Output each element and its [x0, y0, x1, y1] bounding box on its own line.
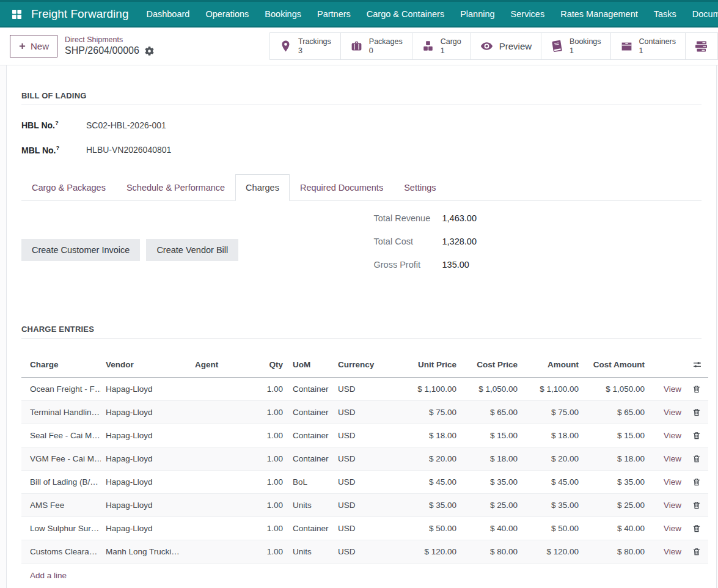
cell-cost_price[interactable]: $ 1,050.00	[461, 377, 522, 400]
view-link[interactable]: View	[664, 431, 681, 440]
cell-cost_price[interactable]: $ 15.00	[461, 424, 522, 447]
delete-row-trash-icon[interactable]	[692, 454, 701, 463]
cell-cost_price[interactable]: $ 18.00	[461, 447, 522, 470]
delete-row-trash-icon[interactable]	[692, 547, 701, 556]
nav-item-tasks[interactable]: Tasks	[646, 2, 684, 26]
cell-cost_amount[interactable]: $ 1,050.00	[584, 377, 650, 400]
nav-item-bookings[interactable]: Bookings	[257, 2, 309, 26]
smart-button-preview[interactable]: Preview	[471, 32, 541, 60]
nav-item-operations[interactable]: Operations	[197, 2, 257, 26]
cell-qty[interactable]: 1.00	[256, 516, 288, 540]
tab-settings[interactable]: Settings	[394, 174, 446, 201]
cell-currency[interactable]: USD	[333, 493, 389, 516]
cell-uom[interactable]: Units	[288, 493, 333, 516]
cell-unit_price[interactable]: $ 120.00	[389, 540, 461, 563]
cell-cost_price[interactable]: $ 65.00	[461, 400, 522, 424]
nav-item-partners[interactable]: Partners	[309, 2, 359, 26]
cell-cost_amount[interactable]: $ 35.00	[584, 470, 650, 493]
cell-cost_amount[interactable]: $ 18.00	[584, 447, 650, 470]
smart-button-containers[interactable]: Containers1	[610, 32, 685, 60]
cell-agent[interactable]	[190, 540, 256, 563]
cell-vendor[interactable]: Hapag-Lloyd	[101, 493, 190, 516]
view-link[interactable]: View	[664, 524, 681, 533]
cell-vendor[interactable]: Hapag-Lloyd	[101, 400, 190, 424]
cell-unit_price[interactable]: $ 1,100.00	[389, 377, 461, 400]
cell-charge[interactable]: Ocean Freight - F…	[21, 377, 101, 400]
delete-row-trash-icon[interactable]	[692, 477, 701, 487]
view-link[interactable]: View	[664, 454, 681, 463]
cell-cost_price[interactable]: $ 80.00	[461, 540, 522, 563]
smart-button-trackings[interactable]: Trackings3	[269, 32, 340, 60]
column-header-cost-amount[interactable]: Cost Amount	[584, 351, 650, 377]
view-link[interactable]: View	[664, 384, 681, 394]
cell-agent[interactable]	[190, 493, 256, 516]
delete-row-trash-icon[interactable]	[692, 408, 701, 417]
cell-currency[interactable]: USD	[333, 377, 389, 400]
cell-currency[interactable]: USD	[333, 400, 389, 424]
cell-currency[interactable]: USD	[333, 540, 389, 563]
cell-uom[interactable]: Container	[288, 377, 333, 400]
cell-agent[interactable]	[190, 447, 256, 470]
tab-cargo-packages[interactable]: Cargo & Packages	[21, 174, 116, 201]
cell-amount[interactable]: $ 1,100.00	[522, 377, 584, 400]
cell-agent[interactable]	[190, 470, 256, 493]
cell-qty[interactable]: 1.00	[256, 377, 288, 400]
cell-unit_price[interactable]: $ 18.00	[389, 424, 461, 447]
cell-charge[interactable]: Bill of Lading (B/…	[21, 470, 101, 493]
breadcrumb-parent-link[interactable]: Direct Shipments	[65, 35, 154, 45]
cell-unit_price[interactable]: $ 50.00	[389, 516, 461, 540]
cell-charge[interactable]: Low Sulphur Sur…	[21, 516, 101, 540]
smart-more-button[interactable]	[685, 32, 718, 60]
cell-amount[interactable]: $ 120.00	[522, 540, 584, 563]
cell-cost_amount[interactable]: $ 25.00	[584, 493, 650, 516]
cell-amount[interactable]: $ 35.00	[522, 493, 584, 516]
apps-grid-icon[interactable]	[11, 7, 23, 21]
smart-button-cargo[interactable]: Cargo1	[412, 32, 471, 60]
cell-amount[interactable]: $ 75.00	[522, 400, 584, 424]
settings-gear-icon[interactable]	[145, 46, 154, 56]
column-header-unit-price[interactable]: Unit Price	[389, 351, 461, 377]
cell-cost_amount[interactable]: $ 40.00	[584, 516, 650, 540]
delete-row-trash-icon[interactable]	[692, 431, 701, 440]
cell-qty[interactable]: 1.00	[256, 470, 288, 493]
cell-amount[interactable]: $ 20.00	[522, 447, 584, 470]
cell-vendor[interactable]: Hapag-Lloyd	[101, 470, 190, 493]
nav-item-dashboard[interactable]: Dashboard	[138, 2, 197, 26]
nav-item-rates-management[interactable]: Rates Management	[552, 2, 646, 26]
cell-agent[interactable]	[190, 516, 256, 540]
column-header-cost-price[interactable]: Cost Price	[461, 351, 522, 377]
cell-amount[interactable]: $ 50.00	[522, 516, 584, 540]
add-a-line-link[interactable]: Add a line	[30, 571, 67, 580]
optional-columns-sliders-icon[interactable]	[650, 351, 708, 377]
nav-item-planning[interactable]: Planning	[452, 2, 502, 26]
cell-unit_price[interactable]: $ 75.00	[389, 400, 461, 424]
tab-required-documents[interactable]: Required Documents	[290, 174, 394, 201]
cell-qty[interactable]: 1.00	[256, 447, 288, 470]
app-brand-title[interactable]: Freight Forwarding	[31, 7, 128, 21]
cell-uom[interactable]: BoL	[288, 470, 333, 493]
cell-unit_price[interactable]: $ 20.00	[389, 447, 461, 470]
column-header-qty[interactable]: Qty	[256, 351, 288, 377]
column-header-currency[interactable]: Currency	[333, 351, 389, 377]
delete-row-trash-icon[interactable]	[692, 501, 701, 510]
cell-cost_amount[interactable]: $ 65.00	[584, 400, 650, 424]
smart-button-packages[interactable]: Packages0	[340, 32, 412, 60]
column-header-charge[interactable]: Charge	[21, 351, 101, 377]
delete-row-trash-icon[interactable]	[692, 524, 701, 533]
cell-vendor[interactable]: Hapag-Lloyd	[101, 424, 190, 447]
smart-button-bookings[interactable]: Bookings1	[541, 32, 610, 60]
view-link[interactable]: View	[664, 408, 681, 417]
cell-cost_amount[interactable]: $ 15.00	[584, 424, 650, 447]
cell-charge[interactable]: Terminal Handlin…	[21, 400, 101, 424]
cell-currency[interactable]: USD	[333, 424, 389, 447]
cell-uom[interactable]: Container	[288, 424, 333, 447]
cell-cost_amount[interactable]: $ 80.00	[584, 540, 650, 563]
cell-qty[interactable]: 1.00	[256, 424, 288, 447]
cell-vendor[interactable]: Hapag-Lloyd	[101, 377, 190, 400]
cell-agent[interactable]	[190, 400, 256, 424]
cell-unit_price[interactable]: $ 45.00	[389, 470, 461, 493]
cell-currency[interactable]: USD	[333, 447, 389, 470]
field-value-mbl-no[interactable]: HLBU-VN2026040801	[86, 145, 171, 155]
delete-row-trash-icon[interactable]	[692, 384, 701, 394]
cell-charge[interactable]: Customs Cleara…	[21, 540, 101, 563]
